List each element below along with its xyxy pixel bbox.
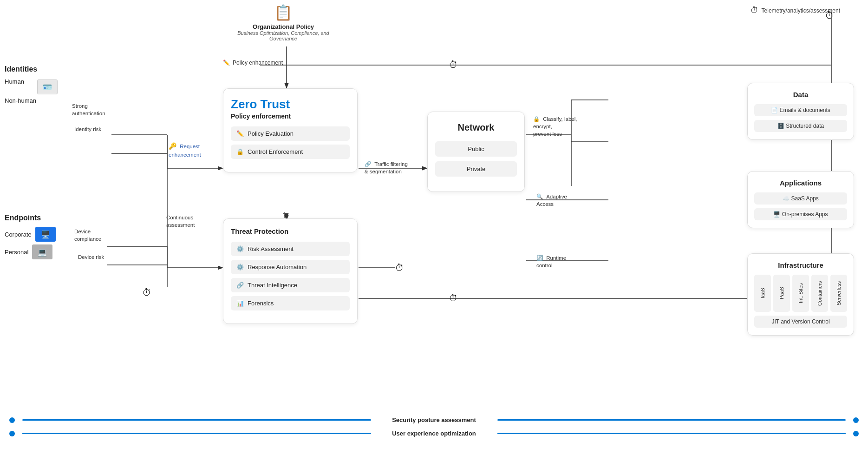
database-icon: 🗄️ (777, 123, 784, 129)
server-icon: 🖥️ (773, 211, 780, 218)
traffic-filtering-label: 🔗 Traffic filtering& segmentation (365, 160, 408, 175)
risk-icon: ⚙️ (236, 245, 244, 252)
security-posture-label: Security posture assessment (379, 416, 490, 423)
structured-data-item: 🗄️ Structured data (754, 120, 847, 132)
bottom-bars: Security posture assessment User experie… (0, 416, 868, 443)
bar-dot-right-2 (853, 431, 859, 436)
device-compliance-label: Devicecompliance (74, 228, 101, 243)
request-enhancement-label: 🔑 Requestenhancement (169, 142, 201, 158)
lock-classify-icon: 🔒 (533, 116, 540, 122)
device-risk-label: Device risk (78, 253, 104, 261)
control-enforcement-item: 🔒 Control Enforcement (231, 145, 350, 159)
jit-version-control: JIT and Version Control (754, 316, 847, 328)
device-corporate-icon: 🖥️ (35, 227, 56, 242)
document-data-icon: 📄 (771, 107, 778, 113)
speedometer-threat-right: ⏱ (395, 263, 404, 273)
forensics-icon: 📊 (236, 300, 244, 307)
infra-int-sites: Int. Sites (792, 275, 809, 312)
infra-iaas: IaaS (754, 275, 771, 312)
policy-enhancement: ✏️ Policy enhancement (223, 59, 283, 66)
saas-apps-item: ☁️ SaaS Apps (754, 192, 847, 205)
policy-evaluation-item: ✏️ Policy Evaluation (231, 126, 350, 141)
security-posture-bar: Security posture assessment (9, 416, 859, 423)
speedometer-icon: ⏱ (751, 6, 759, 15)
threat-intelligence-item: 🔗 Threat Intelligence (231, 278, 350, 292)
network-box: Network Public Private (427, 112, 525, 192)
bar-dot-left-1 (9, 417, 15, 423)
speedometer-policy: ⏱ (449, 59, 458, 70)
key-icon: 🔑 (169, 142, 176, 150)
device-personal-icon: 💻 (32, 244, 52, 259)
speedometer-bottom-left: ⏱ (142, 287, 151, 298)
cloud-icon: ☁️ (783, 195, 790, 202)
emails-documents-item: 📄 Emails & documents (754, 104, 847, 116)
threat-protection-box: Threat Protection ⚙️ Risk Assessment ⚙️ … (223, 218, 358, 324)
bar-line-right-1 (497, 419, 846, 421)
pencil-icon: ✏️ (236, 130, 244, 137)
runtime-control-label: 🔄 Runtimecontrol (536, 254, 566, 269)
identities-section: Identities Human 🪪 Non-human (5, 65, 98, 107)
bar-line-right-2 (497, 433, 846, 434)
refresh-icon: 🔄 (536, 255, 543, 261)
identity-risk-label: Identity risk (74, 125, 101, 133)
user-experience-label: User experience optimization (379, 430, 490, 437)
speedometer-forensics: ⏱ (449, 293, 458, 304)
forensics-item: 📊 Forensics (231, 296, 350, 310)
response-automation-item: ⚙️ Response Automation (231, 260, 350, 274)
strong-auth-label: Strongauthentication (72, 102, 105, 117)
bar-line-left-2 (22, 433, 371, 434)
automation-icon: ⚙️ (236, 264, 244, 271)
onprem-apps-item: 🖥️ On-premises Apps (754, 208, 847, 220)
document-icon: 📋 (232, 4, 334, 21)
bar-dot-right-1 (853, 417, 859, 423)
id-card-icon: 🪪 (37, 79, 58, 94)
data-box: Data 📄 Emails & documents 🗄️ Structured … (747, 83, 854, 140)
infra-columns: IaaS PaaS Int. Sites Containers Serverle… (754, 275, 847, 312)
edit-icon: ✏️ (223, 59, 230, 66)
continuous-assessment-label: Continuousassessment (166, 214, 195, 229)
user-experience-bar: User experience optimization (9, 430, 859, 437)
bar-dot-left-2 (9, 431, 15, 436)
network-public: Public (435, 141, 517, 157)
fingerprint-icon: 🔍 (536, 194, 543, 199)
identity-card-row: 🪪 (37, 79, 98, 94)
lock-icon: 🔒 (236, 148, 244, 155)
network-private: Private (435, 161, 517, 177)
classify-label: 🔒 Classify, label,encrypt,prevent loss (533, 115, 577, 138)
share-icon-traffic: 🔗 (365, 161, 371, 167)
infra-containers: Containers (811, 275, 828, 312)
zero-trust-box: Zero Trust Policy enforcement ✏️ Policy … (223, 88, 358, 172)
bar-line-left-1 (22, 419, 371, 421)
adaptive-access-label: 🔍 AdaptiveAccess (536, 193, 567, 208)
speedometer-top-right: ⏱ (825, 10, 834, 21)
org-policy: 📋 Organizational Policy Business Optimiz… (232, 4, 334, 41)
infra-serverless: Serverless (830, 275, 847, 312)
share-icon: 🔗 (236, 282, 244, 289)
infrastructure-box: Infrastructure IaaS PaaS Int. Sites Cont… (747, 253, 854, 336)
risk-assessment-item: ⚙️ Risk Assessment (231, 242, 350, 256)
applications-box: Applications ☁️ SaaS Apps 🖥️ On-premises… (747, 171, 854, 228)
infra-paas: PaaS (773, 275, 790, 312)
